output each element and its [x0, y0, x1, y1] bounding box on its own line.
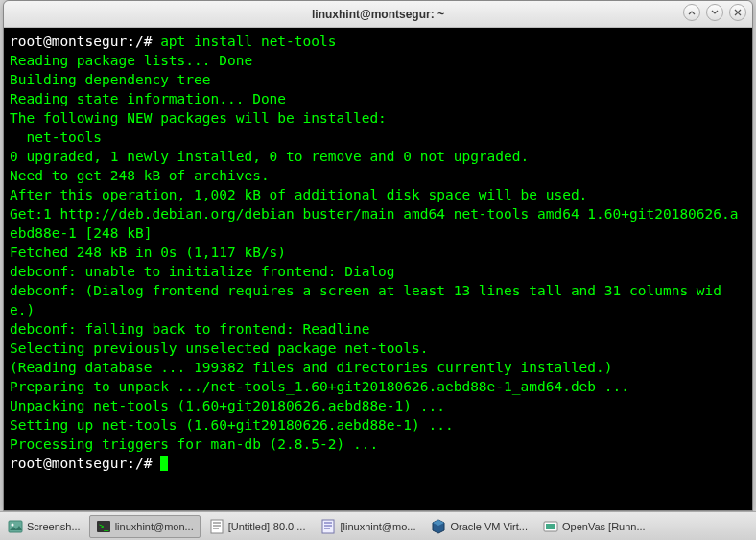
taskbar-item[interactable]: [linuxhint@mo...	[314, 515, 422, 538]
svg-rect-13	[546, 524, 555, 529]
taskbar-item[interactable]: OpenVas [Runn...	[536, 515, 652, 538]
window-title: linuxhint@montsegur: ~	[312, 8, 444, 21]
taskbar-item[interactable]: Screensh...	[1, 515, 87, 538]
svg-rect-4	[211, 520, 223, 533]
svg-point-1	[12, 523, 14, 526]
terminal-output: Reading package lists... Done Building d…	[10, 53, 739, 452]
vbox-icon	[431, 519, 446, 534]
prompt: root@montsegur:/#	[10, 456, 152, 471]
maximize-button[interactable]	[706, 4, 723, 21]
taskbar-item-label: [linuxhint@mo...	[340, 521, 415, 532]
taskbar-item-label: [Untitled]-80.0 ...	[228, 521, 306, 532]
window-controls	[683, 4, 746, 21]
svg-rect-8	[322, 520, 334, 533]
minimize-button[interactable]	[683, 4, 700, 21]
taskbar-item-label: Screensh...	[27, 521, 81, 532]
svg-rect-0	[9, 521, 22, 532]
text-icon	[209, 519, 224, 534]
taskbar-item[interactable]: [Untitled]-80.0 ...	[202, 515, 313, 538]
taskbar: Screensh...>_linuxhint@mon...[Untitled]-…	[0, 511, 756, 540]
prompt: root@montsegur:/#	[10, 34, 160, 49]
taskbar-item-label: OpenVas [Runn...	[562, 521, 646, 532]
close-button[interactable]	[729, 4, 746, 21]
taskbar-item-label: linuxhint@mon...	[115, 521, 194, 532]
terminal-window: linuxhint@montsegur: ~ root@montsegur:/#…	[3, 0, 753, 511]
svg-text:>_: >_	[99, 522, 109, 531]
command-text: apt install net-tools	[160, 34, 336, 49]
vm-icon	[543, 519, 558, 534]
editor-icon	[320, 519, 336, 534]
taskbar-item[interactable]: Oracle VM Virt...	[424, 515, 533, 538]
titlebar[interactable]: linuxhint@montsegur: ~	[4, 1, 752, 28]
image-icon	[8, 519, 23, 534]
taskbar-item[interactable]: >_linuxhint@mon...	[89, 515, 201, 538]
cursor	[160, 456, 168, 471]
terminal-body[interactable]: root@montsegur:/# apt install net-tools …	[4, 28, 752, 510]
taskbar-item-label: Oracle VM Virt...	[450, 521, 527, 532]
terminal-icon: >_	[96, 519, 111, 534]
